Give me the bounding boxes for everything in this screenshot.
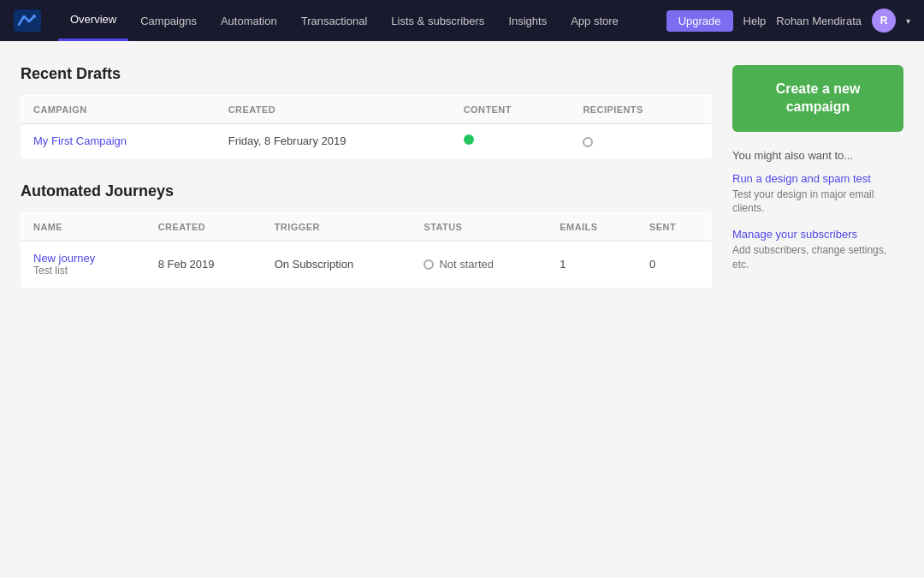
journey-sent: 0 [637,241,711,288]
col-created: Created [216,96,452,124]
nav-item-lists-subscribers[interactable]: Lists & subscribers [379,0,496,41]
nav-links: Overview Campaigns Automation Transactio… [58,0,666,41]
nav-item-overview[interactable]: Overview [58,0,128,41]
campaign-created: Friday, 8 February 2019 [216,124,452,158]
manage-subscribers-link[interactable]: Manage your subscribers [732,228,903,241]
campaign-content [452,124,572,158]
automated-journeys-title: Automated Journeys [21,182,712,200]
col-created-j: Created [146,213,263,241]
also-title: You might also want to... [732,149,903,162]
status-label: Not started [439,258,494,271]
col-recipients: Recipients [571,96,711,124]
navbar: Overview Campaigns Automation Transactio… [0,0,924,41]
col-content: Content [452,96,572,124]
campaign-recipients [571,124,711,158]
content-status-icon [464,134,474,145]
also-item-manage-subscribers: Manage your subscribers Add subscribers,… [732,228,903,272]
nav-item-transactional[interactable]: Transactional [289,0,380,41]
help-link[interactable]: Help [743,15,767,27]
nav-item-automation[interactable]: Automation [209,0,289,41]
recent-drafts-table: Campaign Created Content Recipients My F… [21,95,712,158]
logo[interactable] [14,9,41,32]
recent-drafts-header-row: Campaign Created Content Recipients [21,96,712,124]
spam-test-desc: Test your design in major email clients. [732,188,874,215]
col-trigger: Trigger [263,213,412,241]
journey-name-cell: New journey Test list [21,241,146,288]
user-name: Rohan Mendirata [776,15,862,27]
journey-link[interactable]: New journey [33,252,95,265]
nav-item-appstore[interactable]: App store [559,0,631,41]
table-row: New journey Test list 8 Feb 2019 On Subs… [21,241,712,288]
journey-created: 8 Feb 2019 [146,241,263,288]
journey-sub: Test list [33,265,134,277]
nav-item-campaigns[interactable]: Campaigns [128,0,209,41]
journey-emails: 1 [548,241,637,288]
table-row: My First Campaign Friday, 8 February 201… [21,124,712,158]
content-left: Recent Drafts Campaign Created Content R… [21,65,712,312]
chevron-down-icon[interactable]: ▾ [906,16,910,26]
content-right: Create a new campaign You might also wan… [732,65,903,312]
main-content: Recent Drafts Campaign Created Content R… [0,41,924,336]
spam-test-link[interactable]: Run a design and spam test [732,172,903,185]
col-campaign: Campaign [21,96,216,124]
col-emails: Emails [548,213,637,241]
manage-subscribers-desc: Add subscribers, change settings, etc. [732,244,886,271]
journey-status: Not started [412,241,548,288]
avatar[interactable]: R [872,9,896,33]
status-icon [424,259,434,270]
recipients-status-icon [583,137,593,147]
create-campaign-button[interactable]: Create a new campaign [732,65,903,132]
recent-drafts-title: Recent Drafts [21,65,712,83]
nav-item-insights[interactable]: Insights [496,0,559,41]
nav-right: Upgrade Help Rohan Mendirata R ▾ [666,9,910,33]
col-name: Name [21,213,146,241]
journeys-header-row: Name Created Trigger Status Emails Sent [21,213,712,241]
col-sent: Sent [637,213,711,241]
journey-trigger: On Subscription [263,241,412,288]
col-status: Status [412,213,548,241]
svg-point-1 [33,15,36,18]
automated-journeys-table: Name Created Trigger Status Emails Sent … [21,212,712,288]
also-item-spam-test: Run a design and spam test Test your des… [732,172,903,217]
campaign-link[interactable]: My First Campaign [33,134,127,147]
upgrade-button[interactable]: Upgrade [666,10,733,32]
